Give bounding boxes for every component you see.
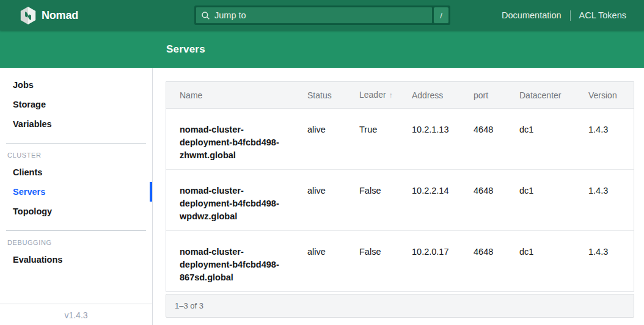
search-icon [201, 11, 210, 20]
sidebar-item-storage[interactable]: Storage [0, 95, 152, 114]
top-navbar: Nomad / Documentation ACL Tokens [0, 0, 644, 31]
server-name-cell: nomad-cluster-deployment-b4fcbd498-867sd… [166, 231, 307, 292]
sidebar-divider [6, 230, 146, 231]
sidebar-item-jobs[interactable]: Jobs [0, 75, 152, 95]
sidebar-item-variables[interactable]: Variables [0, 114, 152, 134]
server-status-cell: alive [307, 109, 359, 170]
documentation-link[interactable]: Documentation [502, 10, 562, 20]
navbar-links: Documentation ACL Tokens [502, 10, 626, 21]
server-port-cell: 4648 [474, 109, 519, 170]
sidebar-debugging-group: Evaluations [0, 250, 152, 269]
server-port-cell: 4648 [474, 231, 519, 292]
sidebar-item-clients[interactable]: Clients [0, 162, 152, 182]
server-version-cell: 1.4.3 [588, 231, 634, 292]
sidebar-cluster-group: Clients Servers Topology [0, 162, 152, 221]
column-header-address[interactable]: Address [412, 82, 474, 109]
page-title: Servers [166, 43, 205, 56]
pagination-range-label: 1–3 of 3 [175, 301, 203, 310]
server-status-cell: alive [307, 170, 359, 231]
search-field[interactable] [196, 7, 432, 23]
column-header-status[interactable]: Status [307, 82, 359, 109]
server-leader-cell: False [359, 170, 412, 231]
sidebar-item-evaluations[interactable]: Evaluations [0, 250, 152, 269]
server-version-cell: 1.4.3 [588, 109, 634, 170]
column-header-datacenter[interactable]: Datacenter [519, 82, 588, 109]
server-row[interactable]: nomad-cluster-deployment-b4fcbd498-zhwmt… [166, 109, 634, 170]
search-input[interactable] [214, 10, 427, 20]
pagination-bar: 1–3 of 3 [166, 294, 634, 318]
server-address-cell: 10.2.0.17 [412, 231, 474, 292]
server-datacenter-cell: dc1 [519, 109, 588, 170]
sidebar-group-label-cluster: CLUSTER [7, 152, 152, 159]
column-header-leader[interactable]: Leader↑ [359, 82, 412, 109]
servers-table-container: Name Status Leader↑ Address port Datacen… [166, 81, 634, 292]
server-status-cell: alive [307, 231, 359, 292]
sidebar-divider [6, 143, 146, 144]
sidebar-group-label-debugging: DEBUGGING [7, 239, 152, 246]
page-header-bar: Servers [0, 31, 644, 68]
nomad-version-label: v1.4.3 [64, 310, 87, 320]
server-address-cell: 10.2.2.14 [412, 170, 474, 231]
server-leader-cell: True [359, 109, 412, 170]
column-header-name[interactable]: Name [166, 82, 307, 109]
sidebar: Jobs Storage Variables CLUSTER Clients S… [0, 68, 153, 325]
server-version-cell: 1.4.3 [588, 170, 634, 231]
server-leader-cell: False [359, 231, 412, 292]
server-row[interactable]: nomad-cluster-deployment-b4fcbd498-867sd… [166, 231, 634, 292]
navbar-links-divider [570, 10, 571, 21]
jump-to-search[interactable]: / [194, 5, 450, 25]
server-datacenter-cell: dc1 [519, 231, 588, 292]
sort-ascending-icon: ↑ [389, 91, 393, 100]
slash-shortcut-key: / [434, 7, 448, 23]
column-header-port[interactable]: port [474, 82, 519, 109]
brand-wordmark: Nomad [42, 9, 78, 22]
server-name-cell: nomad-cluster-deployment-b4fcbd498-wpdwz… [166, 170, 307, 231]
server-name-cell: nomad-cluster-deployment-b4fcbd498-zhwmt… [166, 109, 307, 170]
sidebar-footer: v1.4.3 [0, 304, 152, 325]
server-row[interactable]: nomad-cluster-deployment-b4fcbd498-wpdwz… [166, 170, 634, 231]
column-header-version[interactable]: Version [588, 82, 634, 109]
nomad-logo-icon [20, 7, 36, 24]
acl-tokens-link[interactable]: ACL Tokens [579, 10, 626, 20]
server-port-cell: 4648 [474, 170, 519, 231]
sidebar-spacer [0, 269, 152, 304]
sidebar-item-topology[interactable]: Topology [0, 202, 152, 221]
servers-table: Name Status Leader↑ Address port Datacen… [166, 82, 634, 291]
server-datacenter-cell: dc1 [519, 170, 588, 231]
table-header-row: Name Status Leader↑ Address port Datacen… [166, 82, 634, 109]
main-content: Name Status Leader↑ Address port Datacen… [153, 68, 644, 325]
sidebar-item-servers[interactable]: Servers [0, 182, 152, 202]
nomad-home-link[interactable]: Nomad [20, 7, 78, 24]
server-address-cell: 10.2.1.13 [412, 109, 474, 170]
sidebar-main-group: Jobs Storage Variables [0, 75, 152, 134]
